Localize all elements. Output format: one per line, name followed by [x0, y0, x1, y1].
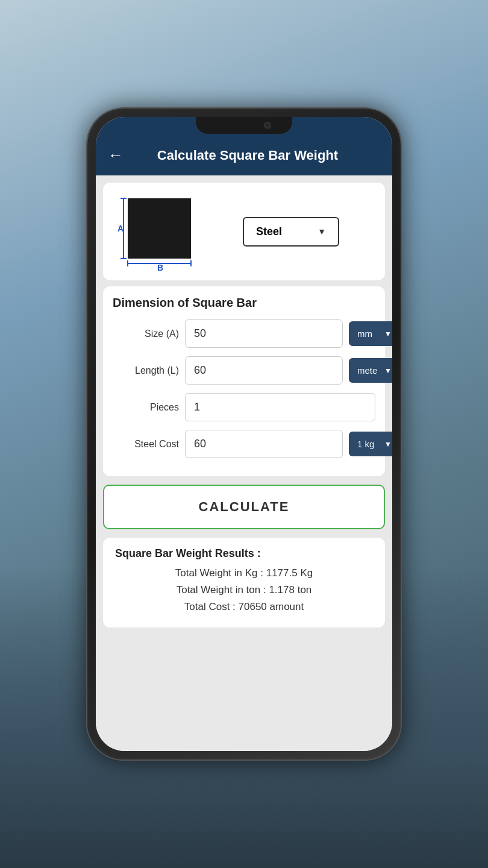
size-label: Size (A) — [113, 329, 179, 339]
size-unit-dropdown[interactable]: mm ▼ — [349, 321, 392, 346]
square-diagram: A B — [113, 192, 197, 271]
page-title: Calculate Square Bar Weight — [133, 148, 362, 163]
cost-unit-value: 1 kg — [357, 439, 374, 449]
camera — [264, 122, 271, 129]
material-value: Steel — [256, 225, 282, 238]
length-unit-value: mete — [357, 365, 377, 376]
phone-frame: ← Calculate Square Bar Weight — [87, 108, 401, 772]
dimension-title: Dimension of Square Bar — [113, 296, 375, 310]
size-row: Size (A) mm ▼ — [113, 319, 375, 348]
size-unit-arrow-icon: ▼ — [384, 330, 392, 338]
size-unit-value: mm — [357, 329, 372, 339]
length-input[interactable] — [185, 356, 343, 385]
back-button[interactable]: ← — [108, 146, 124, 165]
pieces-input[interactable] — [185, 393, 375, 421]
length-unit-arrow-icon: ▼ — [384, 366, 392, 375]
svg-text:A: A — [117, 224, 124, 233]
pieces-label: Pieces — [113, 402, 179, 413]
svg-rect-0 — [128, 198, 191, 259]
size-input[interactable] — [185, 319, 343, 348]
cost-label: Steel Cost — [113, 439, 179, 450]
material-dropdown[interactable]: Steel ▼ — [243, 217, 339, 247]
result-weight-ton: Total Weight in ton : 1.178 ton — [115, 584, 373, 596]
length-unit-dropdown[interactable]: mete ▼ — [349, 358, 392, 383]
dimension-card: Dimension of Square Bar Size (A) mm ▼ Le… — [103, 286, 385, 476]
svg-text:B: B — [157, 263, 163, 271]
cost-unit-arrow-icon: ▼ — [384, 440, 392, 448]
length-label: Length (L) — [113, 365, 179, 376]
material-card: A B Steel ▼ — [103, 183, 385, 280]
cost-unit-dropdown[interactable]: 1 kg ▼ — [349, 432, 392, 456]
content-area: A B Steel ▼ — [96, 175, 392, 751]
calculate-btn-wrapper: CALCULATE — [103, 482, 385, 532]
dropdown-arrow-icon: ▼ — [318, 227, 326, 236]
length-row: Length (L) mete ▼ — [113, 356, 375, 385]
cost-input[interactable] — [185, 430, 343, 458]
results-title: Square Bar Weight Results : — [115, 547, 373, 560]
result-weight-kg: Total Weight in Kg : 1177.5 Kg — [115, 567, 373, 579]
results-card: Square Bar Weight Results : Total Weight… — [103, 538, 385, 627]
notch — [196, 117, 292, 134]
pieces-row: Pieces — [113, 393, 375, 421]
result-total-cost: Total Cost : 70650 amount — [115, 601, 373, 613]
phone-screen: ← Calculate Square Bar Weight — [96, 117, 392, 751]
cost-row: Steel Cost 1 kg ▼ — [113, 430, 375, 458]
calculate-button[interactable]: CALCULATE — [103, 485, 385, 529]
